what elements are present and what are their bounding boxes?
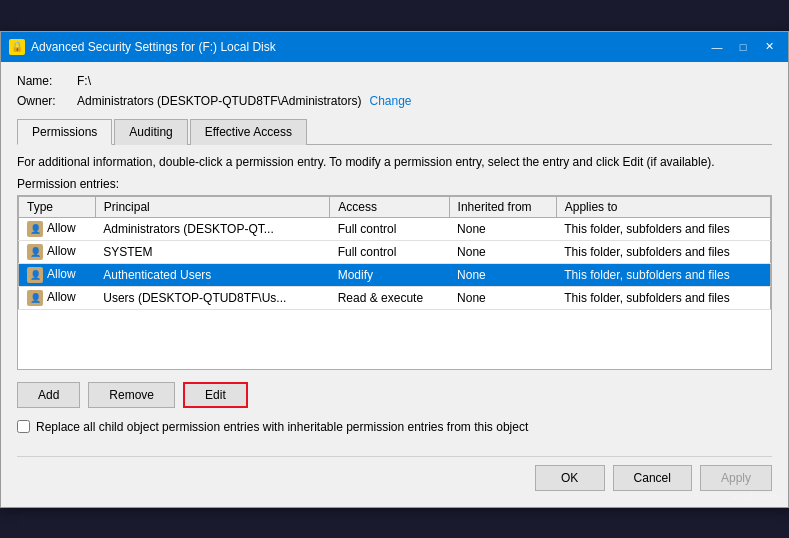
cell-access: Modify	[330, 263, 449, 286]
add-button[interactable]: Add	[17, 382, 80, 408]
minimize-button[interactable]: —	[706, 38, 728, 56]
table-row[interactable]: 👤Allow Users (DESKTOP-QTUD8TF\Us... Read…	[19, 286, 771, 309]
cell-type: 👤Allow	[19, 240, 96, 263]
cell-principal: Authenticated Users	[95, 263, 329, 286]
table-row[interactable]: 👤Allow Administrators (DESKTOP-QT... Ful…	[19, 217, 771, 240]
ok-button[interactable]: OK	[535, 465, 605, 491]
tab-permissions[interactable]: Permissions	[17, 119, 112, 145]
tab-bar: Permissions Auditing Effective Access	[17, 118, 772, 145]
replace-checkbox-row: Replace all child object permission entr…	[17, 420, 772, 434]
cell-applies: This folder, subfolders and files	[556, 217, 770, 240]
owner-value: Administrators (DESKTOP-QTUD8TF\Administ…	[77, 94, 362, 108]
edit-button[interactable]: Edit	[183, 382, 248, 408]
section-label: Permission entries:	[17, 177, 772, 191]
replace-checkbox[interactable]	[17, 420, 30, 433]
table-row[interactable]: 👤Allow Authenticated Users Modify None T…	[19, 263, 771, 286]
remove-button[interactable]: Remove	[88, 382, 175, 408]
tab-auditing[interactable]: Auditing	[114, 119, 187, 145]
cell-inherited: None	[449, 263, 556, 286]
window-icon: 🔒	[9, 39, 25, 55]
owner-row: Owner: Administrators (DESKTOP-QTUD8TF\A…	[17, 94, 772, 108]
action-buttons: Add Remove Edit	[17, 382, 772, 408]
window-title: Advanced Security Settings for (F:) Loca…	[31, 40, 706, 54]
close-button[interactable]: ✕	[758, 38, 780, 56]
title-bar: 🔒 Advanced Security Settings for (F:) Lo…	[1, 32, 788, 62]
col-applies: Applies to	[556, 196, 770, 217]
name-row: Name: F:\	[17, 74, 772, 88]
col-access: Access	[330, 196, 449, 217]
cell-type: 👤Allow	[19, 286, 96, 309]
tab-content: For additional information, double-click…	[17, 145, 772, 444]
replace-checkbox-label: Replace all child object permission entr…	[36, 420, 528, 434]
apply-button[interactable]: Apply	[700, 465, 772, 491]
cell-principal: Users (DESKTOP-QTUD8TF\Us...	[95, 286, 329, 309]
cell-access: Read & execute	[330, 286, 449, 309]
change-link[interactable]: Change	[370, 94, 412, 108]
col-principal: Principal	[95, 196, 329, 217]
cell-inherited: None	[449, 240, 556, 263]
cancel-button[interactable]: Cancel	[613, 465, 692, 491]
cell-access: Full control	[330, 240, 449, 263]
name-label: Name:	[17, 74, 77, 88]
tab-effective-access[interactable]: Effective Access	[190, 119, 307, 145]
table-header-row: Type Principal Access Inherited from App…	[19, 196, 771, 217]
info-text: For additional information, double-click…	[17, 155, 772, 169]
permission-table-wrapper[interactable]: Type Principal Access Inherited from App…	[17, 195, 772, 370]
main-content: Name: F:\ Owner: Administrators (DESKTOP…	[1, 62, 788, 507]
name-value: F:\	[77, 74, 91, 88]
cell-applies: This folder, subfolders and files	[556, 240, 770, 263]
cell-type: 👤Allow	[19, 263, 96, 286]
table-row[interactable]: 👤Allow SYSTEM Full control None This fol…	[19, 240, 771, 263]
cell-principal: SYSTEM	[95, 240, 329, 263]
cell-applies: This folder, subfolders and files	[556, 263, 770, 286]
maximize-button[interactable]: □	[732, 38, 754, 56]
owner-label: Owner:	[17, 94, 77, 108]
cell-access: Full control	[330, 217, 449, 240]
cell-applies: This folder, subfolders and files	[556, 286, 770, 309]
permission-table: Type Principal Access Inherited from App…	[18, 196, 771, 310]
cell-inherited: None	[449, 286, 556, 309]
cell-principal: Administrators (DESKTOP-QT...	[95, 217, 329, 240]
col-type: Type	[19, 196, 96, 217]
col-inherited: Inherited from	[449, 196, 556, 217]
cell-type: 👤Allow	[19, 217, 96, 240]
title-bar-controls: — □ ✕	[706, 38, 780, 56]
cell-inherited: None	[449, 217, 556, 240]
footer-buttons: OK Cancel Apply	[17, 456, 772, 495]
